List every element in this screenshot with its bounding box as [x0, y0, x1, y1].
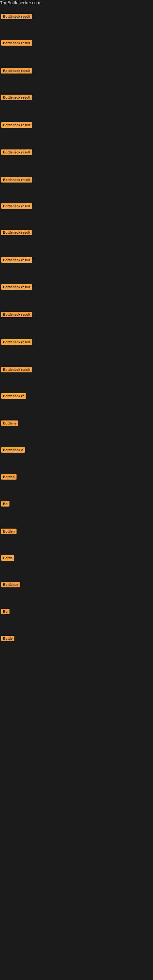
bottleneck-badge: Bottle: [1, 555, 14, 561]
bottleneck-badge: Bottleneck result: [1, 122, 32, 128]
bottleneck-badge: Bottleneck re: [1, 393, 26, 399]
bottleneck-badge: Bottleneck result: [1, 95, 32, 100]
bottleneck-badge: Bottleneck result: [1, 14, 32, 19]
bottleneck-badge: Bottleneck result: [1, 204, 32, 209]
bottleneck-badge: Bottleneck result: [1, 367, 32, 372]
bottleneck-badge: Bottlen: [1, 528, 16, 534]
bottleneck-badge: Bo: [1, 501, 10, 506]
bottleneck-badge: Bottleneck result: [1, 339, 32, 345]
bottleneck-badge: Bottleneck result: [1, 177, 32, 183]
bottleneck-badge: Bottleneck result: [1, 68, 32, 73]
bottleneck-badge: Bottlene: [1, 420, 18, 426]
bottleneck-badge: Bottleneck result: [1, 230, 32, 235]
bottleneck-badge: Bottlen: [1, 474, 16, 480]
bottleneck-badge: Bottleneck result: [1, 284, 32, 290]
bottleneck-badge: Bottlenec: [1, 582, 20, 587]
results-container: Bottleneck resultBottleneck resultBottle…: [0, 5, 153, 679]
site-header: TheBottlenecker.com: [0, 0, 153, 5]
bottleneck-badge: Bottleneck result: [1, 312, 32, 317]
bottleneck-badge: Bo: [1, 609, 10, 614]
bottleneck-badge: Bottleneck e: [1, 447, 25, 453]
bottleneck-badge: Bottleneck result: [1, 40, 32, 46]
bottleneck-badge: Bottleneck result: [1, 150, 32, 155]
bottleneck-badge: Bottleneck result: [1, 257, 32, 263]
bottleneck-badge: Bottle: [1, 636, 14, 641]
